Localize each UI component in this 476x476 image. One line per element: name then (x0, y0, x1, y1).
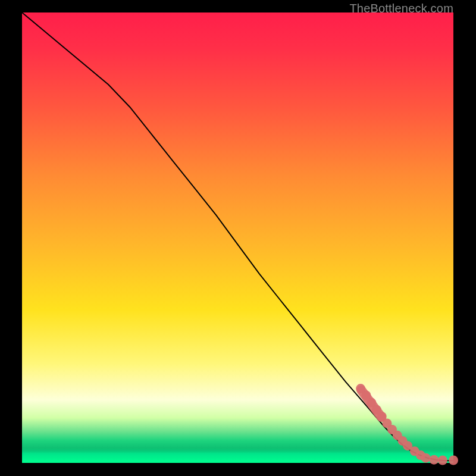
chart-frame: TheBottleneck.com (0, 0, 476, 476)
chart-marker (449, 456, 458, 465)
chart-curve (22, 12, 453, 461)
chart-overlay (22, 12, 453, 463)
chart-marker (429, 455, 439, 465)
chart-marker (438, 456, 447, 465)
chart-marker (421, 453, 431, 463)
